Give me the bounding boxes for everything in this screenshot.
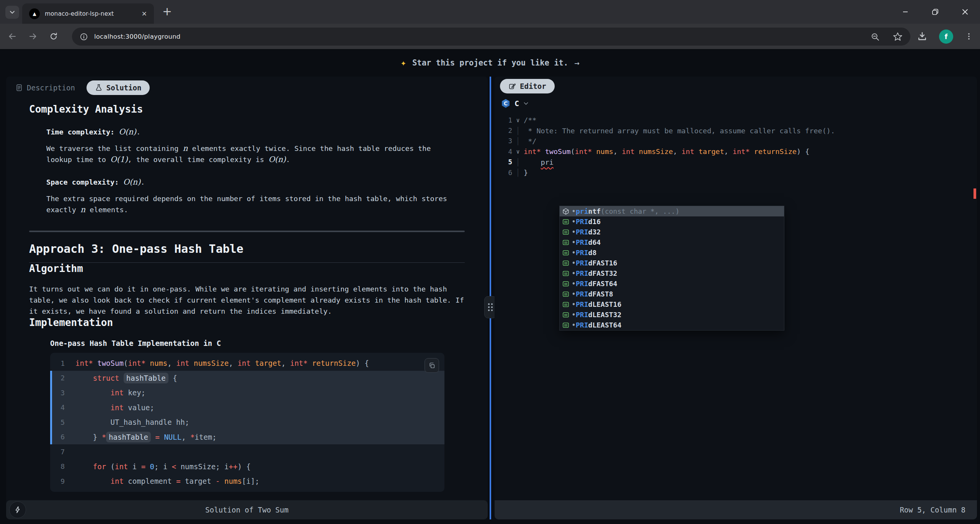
code-line[interactable]: 2│ * Note: The returned array must be ma… bbox=[495, 125, 977, 136]
left-panel-tabs: Description Solution bbox=[6, 77, 488, 99]
code-text: int* twoSum(int* nums, int numsSize, int… bbox=[524, 147, 809, 156]
window-minimize-button[interactable] bbox=[900, 7, 910, 17]
code-line: 4 int value; bbox=[50, 400, 444, 415]
monaco-editor[interactable]: 1∨/**2│ * Note: The returned array must … bbox=[495, 115, 977, 500]
code-text: for (int i = 0; i < numsSize; i++) { bbox=[75, 462, 251, 471]
code-text: UT_hash_handle hh; bbox=[75, 418, 189, 426]
suggestion-item[interactable]: •PRIdFAST16 bbox=[560, 258, 784, 268]
time-complexity-paragraph: We traverse the list containing n elemen… bbox=[46, 143, 452, 165]
arrow-right-icon: → bbox=[574, 58, 579, 68]
browser-tab[interactable]: ▲ monaco-editor-lsp-next ✕ bbox=[22, 3, 154, 24]
line-number: 6 bbox=[50, 433, 75, 441]
line-number: 1 bbox=[50, 359, 75, 367]
new-tab-button[interactable]: + bbox=[162, 5, 172, 18]
line-number: 4 bbox=[50, 403, 75, 411]
suggestion-label: d64 bbox=[588, 238, 601, 246]
browser-tab-strip: ▲ monaco-editor-lsp-next ✕ + bbox=[0, 0, 980, 24]
snippet-cube-icon bbox=[562, 207, 570, 216]
tab-description[interactable]: Description bbox=[15, 84, 75, 92]
text-segment: elements. bbox=[85, 206, 128, 214]
suggestion-bullet: • bbox=[572, 270, 575, 277]
text-segment: . bbox=[136, 128, 140, 136]
line-number: 7 bbox=[50, 448, 75, 456]
code-text: int complement = target - nums[i]; bbox=[75, 477, 260, 485]
url-text[interactable]: localhost:3000/playground bbox=[94, 33, 871, 40]
tab-description-label: Description bbox=[27, 84, 75, 92]
copy-code-button[interactable] bbox=[425, 358, 439, 373]
tab-solution[interactable]: Solution bbox=[87, 80, 150, 95]
fold-chevron-icon[interactable]: ∨ bbox=[512, 148, 524, 155]
text-segment: O(n) bbox=[123, 177, 140, 187]
language-selector[interactable]: C C bbox=[495, 96, 977, 111]
suggestion-match-text: PRI bbox=[576, 259, 588, 267]
algorithm-paragraph: It turns out we can do it in one-pass. W… bbox=[29, 283, 467, 317]
suggestion-item[interactable]: •PRIdFAST8 bbox=[560, 289, 784, 299]
bookmark-star-icon[interactable] bbox=[893, 32, 903, 42]
error-overview-marker[interactable] bbox=[973, 188, 976, 199]
code-line[interactable]: 5│ pri bbox=[495, 157, 977, 167]
tab-list-dropdown-button[interactable] bbox=[5, 6, 19, 19]
close-icon bbox=[961, 8, 969, 16]
code-text: int value; bbox=[75, 403, 154, 412]
indent-guide: │ bbox=[512, 169, 524, 177]
suggestion-item[interactable]: •PRIdLEAST32 bbox=[560, 309, 784, 320]
flask-icon bbox=[95, 84, 103, 92]
suggestion-match-text: PRI bbox=[576, 269, 588, 277]
suggestion-match-text: PRI bbox=[576, 249, 588, 257]
profile-avatar[interactable]: f bbox=[939, 29, 953, 44]
quick-action-button[interactable] bbox=[9, 501, 26, 518]
editor-panel-header: Editor bbox=[495, 77, 977, 96]
suggestion-item[interactable]: •printf(const char *, ...) bbox=[560, 206, 784, 216]
fold-chevron-icon[interactable]: ∨ bbox=[512, 117, 524, 124]
code-line[interactable]: 3│ */ bbox=[495, 136, 977, 146]
star-project-banner[interactable]: ✦ Star this project if you like it. → bbox=[0, 49, 980, 77]
suggestion-label: d8 bbox=[588, 249, 597, 257]
suggestion-item[interactable]: •PRId64 bbox=[560, 237, 784, 247]
constant-field-icon bbox=[562, 269, 570, 278]
suggestion-label: dLEAST64 bbox=[588, 321, 622, 329]
suggestion-item[interactable]: •PRId16 bbox=[560, 216, 784, 227]
window-close-button[interactable] bbox=[960, 7, 970, 17]
browser-menu-button[interactable] bbox=[965, 32, 973, 41]
suggestion-bullet: • bbox=[572, 260, 575, 267]
code-line[interactable]: 4∨int* twoSum(int* nums, int numsSize, i… bbox=[495, 146, 977, 157]
constant-field-icon bbox=[562, 280, 570, 288]
zoom-out-icon[interactable] bbox=[871, 32, 880, 41]
lightning-icon bbox=[14, 506, 21, 514]
line-number: 6 bbox=[495, 169, 512, 177]
suggestion-label: d32 bbox=[588, 228, 601, 236]
tab-close-icon[interactable]: ✕ bbox=[139, 10, 147, 18]
forward-button[interactable] bbox=[24, 28, 41, 45]
address-bar[interactable]: localhost:3000/playground bbox=[72, 28, 910, 46]
indent-guide: │ bbox=[512, 158, 524, 166]
text-segment: n bbox=[183, 144, 188, 153]
cursor-position-text: Row 5, Column 8 bbox=[900, 506, 965, 514]
suggestion-item[interactable]: •PRIdFAST64 bbox=[560, 278, 784, 289]
autocomplete-suggest-widget: •printf(const char *, ...)•PRId16•PRId32… bbox=[559, 206, 784, 331]
indent-guide: │ bbox=[512, 127, 524, 135]
line-number: 9 bbox=[50, 477, 75, 485]
downloads-button[interactable] bbox=[917, 31, 928, 42]
solution-article: Complexity Analysis Time complexity: O(n… bbox=[6, 99, 488, 500]
site-info-icon[interactable] bbox=[80, 33, 88, 41]
constant-field-icon bbox=[562, 290, 570, 298]
suggestion-item[interactable]: •PRIdFAST32 bbox=[560, 268, 784, 278]
suggestion-label: ntf bbox=[588, 207, 601, 215]
suggestion-label: dFAST8 bbox=[588, 290, 613, 298]
window-restore-button[interactable] bbox=[930, 7, 940, 17]
tab-editor[interactable]: Editor bbox=[500, 79, 555, 93]
back-arrow-icon bbox=[8, 32, 17, 41]
code-line[interactable]: 6│} bbox=[495, 167, 977, 178]
suggestion-item[interactable]: •PRId32 bbox=[560, 227, 784, 237]
code-line: 3 int key; bbox=[50, 385, 444, 400]
suggestion-match-text: PRI bbox=[576, 290, 588, 298]
suggestion-item[interactable]: •PRIdLEAST16 bbox=[560, 299, 784, 309]
tab-solution-label: Solution bbox=[106, 84, 142, 92]
tab-editor-label: Editor bbox=[520, 82, 546, 90]
suggestion-item[interactable]: •PRId8 bbox=[560, 247, 784, 258]
suggestion-item[interactable]: •PRIdLEAST64 bbox=[560, 320, 784, 330]
suggestion-bullet: • bbox=[572, 311, 575, 318]
reload-button[interactable] bbox=[45, 28, 62, 45]
back-button[interactable] bbox=[4, 28, 21, 45]
code-line[interactable]: 1∨/** bbox=[495, 115, 977, 125]
